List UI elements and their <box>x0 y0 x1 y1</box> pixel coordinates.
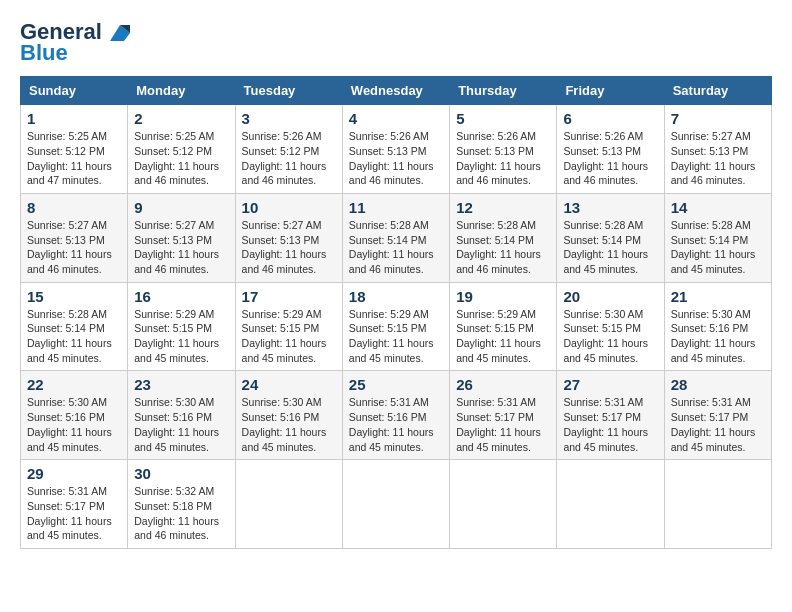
day-number: 8 <box>27 199 121 216</box>
day-number: 26 <box>456 376 550 393</box>
day-info: Sunrise: 5:32 AMSunset: 5:18 PMDaylight:… <box>134 484 228 543</box>
day-info: Sunrise: 5:27 AMSunset: 5:13 PMDaylight:… <box>242 218 336 277</box>
day-number: 9 <box>134 199 228 216</box>
calendar-cell: 25Sunrise: 5:31 AMSunset: 5:16 PMDayligh… <box>342 371 449 460</box>
day-info: Sunrise: 5:31 AMSunset: 5:17 PMDaylight:… <box>671 395 765 454</box>
day-info: Sunrise: 5:31 AMSunset: 5:16 PMDaylight:… <box>349 395 443 454</box>
calendar-table: SundayMondayTuesdayWednesdayThursdayFrid… <box>20 76 772 549</box>
day-number: 1 <box>27 110 121 127</box>
calendar-cell: 6Sunrise: 5:26 AMSunset: 5:13 PMDaylight… <box>557 105 664 194</box>
calendar-week-row: 29Sunrise: 5:31 AMSunset: 5:17 PMDayligh… <box>21 460 772 549</box>
header: General Blue <box>20 20 772 66</box>
logo-icon <box>110 25 130 41</box>
weekday-header-friday: Friday <box>557 77 664 105</box>
day-info: Sunrise: 5:26 AMSunset: 5:12 PMDaylight:… <box>242 129 336 188</box>
day-number: 23 <box>134 376 228 393</box>
weekday-header-sunday: Sunday <box>21 77 128 105</box>
calendar-week-row: 8Sunrise: 5:27 AMSunset: 5:13 PMDaylight… <box>21 193 772 282</box>
logo-blue: Blue <box>20 40 68 66</box>
day-info: Sunrise: 5:30 AMSunset: 5:15 PMDaylight:… <box>563 307 657 366</box>
day-number: 4 <box>349 110 443 127</box>
day-number: 19 <box>456 288 550 305</box>
day-info: Sunrise: 5:29 AMSunset: 5:15 PMDaylight:… <box>134 307 228 366</box>
calendar-cell: 4Sunrise: 5:26 AMSunset: 5:13 PMDaylight… <box>342 105 449 194</box>
weekday-header-wednesday: Wednesday <box>342 77 449 105</box>
day-info: Sunrise: 5:30 AMSunset: 5:16 PMDaylight:… <box>134 395 228 454</box>
day-number: 24 <box>242 376 336 393</box>
day-number: 2 <box>134 110 228 127</box>
calendar-cell <box>450 460 557 549</box>
calendar-cell: 5Sunrise: 5:26 AMSunset: 5:13 PMDaylight… <box>450 105 557 194</box>
day-number: 17 <box>242 288 336 305</box>
day-number: 5 <box>456 110 550 127</box>
calendar-cell: 10Sunrise: 5:27 AMSunset: 5:13 PMDayligh… <box>235 193 342 282</box>
calendar-cell: 11Sunrise: 5:28 AMSunset: 5:14 PMDayligh… <box>342 193 449 282</box>
day-info: Sunrise: 5:31 AMSunset: 5:17 PMDaylight:… <box>456 395 550 454</box>
calendar-cell: 14Sunrise: 5:28 AMSunset: 5:14 PMDayligh… <box>664 193 771 282</box>
day-number: 22 <box>27 376 121 393</box>
day-info: Sunrise: 5:29 AMSunset: 5:15 PMDaylight:… <box>349 307 443 366</box>
calendar-cell <box>235 460 342 549</box>
calendar-cell: 27Sunrise: 5:31 AMSunset: 5:17 PMDayligh… <box>557 371 664 460</box>
day-number: 14 <box>671 199 765 216</box>
calendar-cell <box>664 460 771 549</box>
day-info: Sunrise: 5:30 AMSunset: 5:16 PMDaylight:… <box>242 395 336 454</box>
day-number: 3 <box>242 110 336 127</box>
day-number: 7 <box>671 110 765 127</box>
logo: General Blue <box>20 20 130 66</box>
day-info: Sunrise: 5:30 AMSunset: 5:16 PMDaylight:… <box>27 395 121 454</box>
calendar-cell: 2Sunrise: 5:25 AMSunset: 5:12 PMDaylight… <box>128 105 235 194</box>
day-info: Sunrise: 5:31 AMSunset: 5:17 PMDaylight:… <box>563 395 657 454</box>
calendar-cell: 9Sunrise: 5:27 AMSunset: 5:13 PMDaylight… <box>128 193 235 282</box>
calendar-week-row: 15Sunrise: 5:28 AMSunset: 5:14 PMDayligh… <box>21 282 772 371</box>
day-info: Sunrise: 5:29 AMSunset: 5:15 PMDaylight:… <box>456 307 550 366</box>
calendar-cell: 19Sunrise: 5:29 AMSunset: 5:15 PMDayligh… <box>450 282 557 371</box>
day-info: Sunrise: 5:30 AMSunset: 5:16 PMDaylight:… <box>671 307 765 366</box>
day-info: Sunrise: 5:27 AMSunset: 5:13 PMDaylight:… <box>134 218 228 277</box>
calendar-cell: 7Sunrise: 5:27 AMSunset: 5:13 PMDaylight… <box>664 105 771 194</box>
day-info: Sunrise: 5:28 AMSunset: 5:14 PMDaylight:… <box>456 218 550 277</box>
day-number: 13 <box>563 199 657 216</box>
day-number: 29 <box>27 465 121 482</box>
calendar-cell: 20Sunrise: 5:30 AMSunset: 5:15 PMDayligh… <box>557 282 664 371</box>
calendar-cell: 17Sunrise: 5:29 AMSunset: 5:15 PMDayligh… <box>235 282 342 371</box>
calendar-week-row: 1Sunrise: 5:25 AMSunset: 5:12 PMDaylight… <box>21 105 772 194</box>
calendar-body: 1Sunrise: 5:25 AMSunset: 5:12 PMDaylight… <box>21 105 772 549</box>
day-info: Sunrise: 5:29 AMSunset: 5:15 PMDaylight:… <box>242 307 336 366</box>
weekday-header-tuesday: Tuesday <box>235 77 342 105</box>
day-info: Sunrise: 5:26 AMSunset: 5:13 PMDaylight:… <box>563 129 657 188</box>
day-info: Sunrise: 5:28 AMSunset: 5:14 PMDaylight:… <box>563 218 657 277</box>
day-number: 18 <box>349 288 443 305</box>
calendar-cell: 3Sunrise: 5:26 AMSunset: 5:12 PMDaylight… <box>235 105 342 194</box>
calendar-cell <box>342 460 449 549</box>
day-info: Sunrise: 5:26 AMSunset: 5:13 PMDaylight:… <box>456 129 550 188</box>
day-info: Sunrise: 5:28 AMSunset: 5:14 PMDaylight:… <box>349 218 443 277</box>
weekday-header-thursday: Thursday <box>450 77 557 105</box>
calendar-week-row: 22Sunrise: 5:30 AMSunset: 5:16 PMDayligh… <box>21 371 772 460</box>
calendar-cell: 13Sunrise: 5:28 AMSunset: 5:14 PMDayligh… <box>557 193 664 282</box>
calendar-cell: 29Sunrise: 5:31 AMSunset: 5:17 PMDayligh… <box>21 460 128 549</box>
day-info: Sunrise: 5:27 AMSunset: 5:13 PMDaylight:… <box>671 129 765 188</box>
day-number: 12 <box>456 199 550 216</box>
day-info: Sunrise: 5:25 AMSunset: 5:12 PMDaylight:… <box>27 129 121 188</box>
calendar-cell <box>557 460 664 549</box>
day-number: 6 <box>563 110 657 127</box>
day-info: Sunrise: 5:31 AMSunset: 5:17 PMDaylight:… <box>27 484 121 543</box>
calendar-cell: 26Sunrise: 5:31 AMSunset: 5:17 PMDayligh… <box>450 371 557 460</box>
calendar-cell: 28Sunrise: 5:31 AMSunset: 5:17 PMDayligh… <box>664 371 771 460</box>
day-number: 30 <box>134 465 228 482</box>
weekday-header-saturday: Saturday <box>664 77 771 105</box>
day-info: Sunrise: 5:28 AMSunset: 5:14 PMDaylight:… <box>27 307 121 366</box>
day-info: Sunrise: 5:28 AMSunset: 5:14 PMDaylight:… <box>671 218 765 277</box>
calendar-cell: 22Sunrise: 5:30 AMSunset: 5:16 PMDayligh… <box>21 371 128 460</box>
day-number: 27 <box>563 376 657 393</box>
calendar-cell: 24Sunrise: 5:30 AMSunset: 5:16 PMDayligh… <box>235 371 342 460</box>
day-info: Sunrise: 5:26 AMSunset: 5:13 PMDaylight:… <box>349 129 443 188</box>
day-number: 16 <box>134 288 228 305</box>
day-number: 10 <box>242 199 336 216</box>
calendar-cell: 23Sunrise: 5:30 AMSunset: 5:16 PMDayligh… <box>128 371 235 460</box>
day-info: Sunrise: 5:27 AMSunset: 5:13 PMDaylight:… <box>27 218 121 277</box>
calendar-cell: 16Sunrise: 5:29 AMSunset: 5:15 PMDayligh… <box>128 282 235 371</box>
day-number: 28 <box>671 376 765 393</box>
calendar-cell: 18Sunrise: 5:29 AMSunset: 5:15 PMDayligh… <box>342 282 449 371</box>
